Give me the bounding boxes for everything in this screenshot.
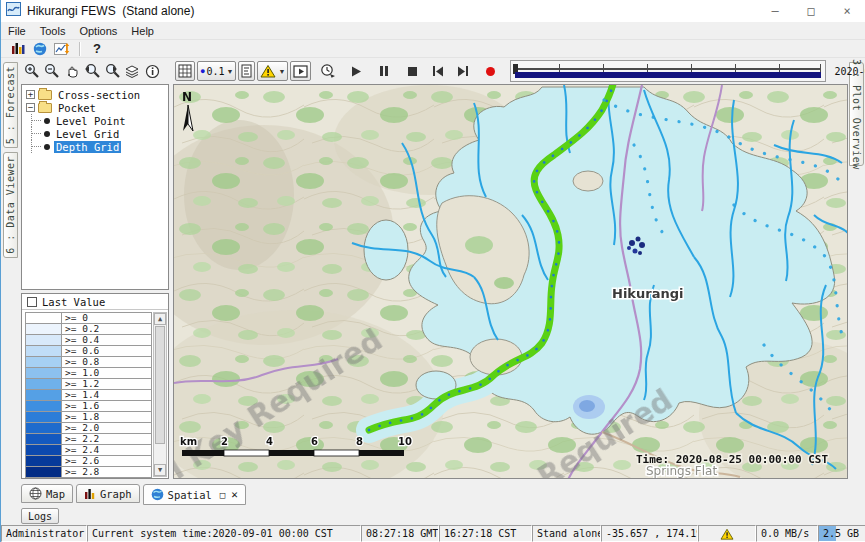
- zoom-previous-button[interactable]: [82, 61, 102, 81]
- bottom-tab-bar: Map Graph Spatial □ ✕: [19, 479, 848, 507]
- svg-text:8: 8: [356, 436, 363, 447]
- grid-display-button[interactable]: [175, 61, 195, 81]
- logs-button[interactable]: Logs: [21, 508, 59, 524]
- collapse-icon[interactable]: −: [26, 103, 35, 112]
- pan-button[interactable]: [62, 61, 82, 81]
- record-button[interactable]: [480, 61, 500, 81]
- last-value-label: Last Value: [42, 296, 105, 308]
- app-window: Hikurangi FEWS (Stand alone) – □ × File …: [0, 0, 865, 542]
- main-toolbar: ?: [1, 40, 865, 58]
- tree-item-cross-section[interactable]: + Cross-section: [22, 88, 168, 101]
- tab-plot-overview[interactable]: 3 : Plot Overview: [849, 62, 864, 166]
- scale-legend-button[interactable]: [238, 61, 255, 81]
- play-button[interactable]: [346, 61, 366, 81]
- scroll-thumb[interactable]: [155, 326, 165, 444]
- status-local-time: 16:27:18 CST: [439, 525, 532, 542]
- chevron-down-icon: ▼: [227, 68, 234, 75]
- place-label: Springs Flat: [646, 464, 717, 478]
- tab-map[interactable]: Map: [21, 484, 73, 503]
- status-coordinates: -35.657 , 174.199: [601, 525, 698, 542]
- last-value-checkbox[interactable]: [27, 297, 37, 307]
- minimize-button[interactable]: –: [757, 0, 793, 22]
- stop-icon: [408, 67, 417, 76]
- warning-threshold-dropdown[interactable]: ▼: [257, 61, 288, 81]
- help-button[interactable]: ?: [86, 40, 108, 57]
- classbreaks-dropdown[interactable]: ● 0.1 ▼: [197, 61, 236, 81]
- folder-icon: [38, 103, 52, 113]
- node-bullet-icon: [44, 118, 50, 124]
- expand-icon[interactable]: +: [26, 90, 35, 99]
- main-band: 5 : Forecast 6 : Data Viewer 3 : Plot Ov…: [1, 58, 865, 525]
- info-button[interactable]: [142, 61, 162, 81]
- tree-connector: [31, 114, 43, 127]
- globe-icon: [151, 488, 164, 501]
- undock-icon[interactable]: □: [220, 490, 225, 500]
- timeseries-display-button[interactable]: [51, 40, 73, 57]
- wire-globe-icon: [29, 487, 42, 500]
- layers-tree: + Cross-section − Pocket Level P: [21, 84, 169, 290]
- legend-color-swatch: [26, 379, 62, 389]
- status-mode: Stand alone: [532, 525, 601, 542]
- legend-color-swatch: [26, 368, 62, 378]
- maximize-button[interactable]: □: [793, 0, 829, 22]
- legend-color-swatch: [26, 456, 62, 466]
- tree-item-level-point[interactable]: Level Point: [22, 114, 168, 127]
- left-panel: + Cross-section − Pocket Level P: [19, 84, 171, 479]
- legend-color-swatch: [26, 423, 62, 433]
- tree-item-depth-grid[interactable]: Depth Grid: [22, 140, 168, 153]
- tree-item-level-grid[interactable]: Level Grid: [22, 127, 168, 140]
- explorer-icon-button[interactable]: [7, 40, 29, 57]
- legend-color-swatch: [26, 412, 62, 422]
- menu-tools[interactable]: Tools: [33, 25, 73, 37]
- timeline-data-bar: [515, 72, 821, 78]
- legend-color-swatch: [26, 445, 62, 455]
- legend-scrollbar[interactable]: ▲ ▼: [153, 312, 167, 477]
- legend-color-swatch: [26, 346, 62, 356]
- chevron-down-icon: ▼: [278, 68, 285, 75]
- timeline-slider[interactable]: [510, 60, 826, 82]
- tab-data-viewer[interactable]: 6 : Data Viewer: [3, 152, 18, 258]
- legend-color-swatch: [26, 335, 62, 345]
- step-back-button[interactable]: [428, 61, 448, 81]
- scroll-down-icon[interactable]: ▼: [154, 464, 166, 476]
- map-canvas[interactable]: API Key Required API Key Required Hikura…: [174, 85, 848, 478]
- map-viewport[interactable]: API Key Required API Key Required Hikura…: [173, 84, 848, 479]
- close-button[interactable]: ×: [829, 0, 865, 22]
- zoom-in-button[interactable]: [22, 61, 42, 81]
- close-tab-icon[interactable]: ✕: [231, 488, 238, 501]
- menu-options[interactable]: Options: [72, 25, 124, 37]
- menu-file[interactable]: File: [1, 25, 33, 37]
- step-forward-button[interactable]: [452, 61, 472, 81]
- tree-connector: [31, 127, 43, 140]
- title-bar: Hikurangi FEWS (Stand alone) – □ ×: [1, 0, 865, 22]
- stop-button[interactable]: [402, 61, 422, 81]
- legend-color-swatch: [26, 313, 62, 323]
- content-area: + Cross-section − Pocket Level P: [19, 84, 848, 479]
- node-bullet-icon: [44, 131, 50, 137]
- svg-text:km: km: [180, 436, 197, 447]
- layers-button[interactable]: [122, 61, 142, 81]
- svg-text:2: 2: [221, 436, 228, 447]
- menu-bar: File Tools Options Help: [1, 22, 865, 40]
- pause-button[interactable]: [374, 61, 394, 81]
- warning-icon: [720, 528, 734, 540]
- tab-graph[interactable]: Graph: [76, 484, 140, 503]
- scroll-up-icon[interactable]: ▲: [154, 313, 166, 325]
- status-user: Administrator: [1, 525, 87, 542]
- map-display-button[interactable]: [29, 40, 51, 57]
- status-warning[interactable]: [698, 525, 756, 542]
- menu-help[interactable]: Help: [124, 25, 161, 37]
- folder-icon: [38, 90, 52, 100]
- animation-dialog-button[interactable]: [290, 61, 311, 81]
- tab-forecast[interactable]: 5 : Forecast: [3, 62, 18, 148]
- tree-item-pocket[interactable]: − Pocket: [22, 101, 168, 114]
- logs-row: Logs: [19, 507, 848, 525]
- timer-button[interactable]: [318, 61, 338, 81]
- window-title: Hikurangi FEWS (Stand alone): [27, 4, 194, 18]
- tab-spatial[interactable]: Spatial □ ✕: [143, 484, 246, 505]
- record-icon: [486, 67, 495, 76]
- node-bullet-icon: [44, 144, 50, 150]
- zoom-out-button[interactable]: [42, 61, 62, 81]
- timeline-track: [515, 68, 821, 70]
- zoom-next-button[interactable]: [102, 61, 122, 81]
